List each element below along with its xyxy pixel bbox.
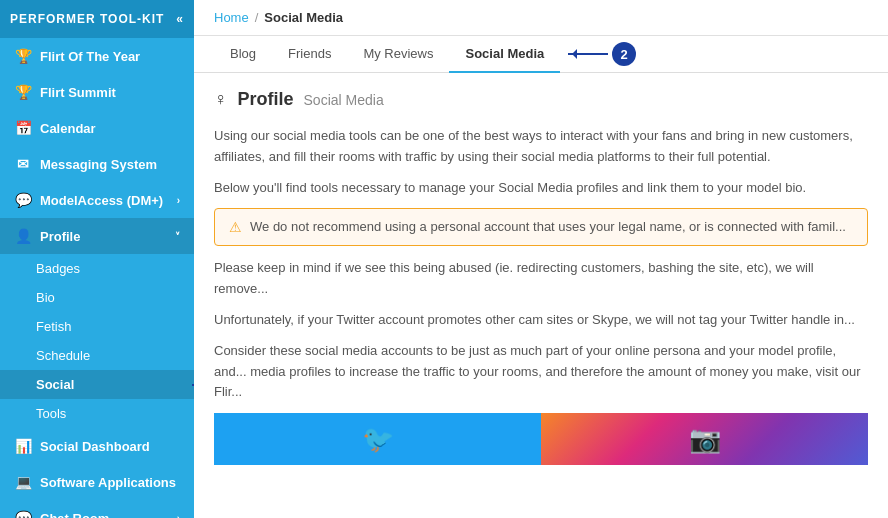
body-paragraph-3: Consider these social media accounts to … (214, 341, 868, 403)
sidebar-item-social-dashboard[interactable]: 📊 Social Dashboard (0, 428, 194, 464)
sidebar-item-label: ModelAccess (DM+) (40, 193, 163, 208)
sidebar-item-software-applications[interactable]: 💻 Software Applications (0, 464, 194, 500)
sidebar-item-flirt-summit[interactable]: 🏆 Flirt Summit (0, 74, 194, 110)
sidebar-item-label: Profile (40, 229, 80, 244)
sidebar-item-label: Software Applications (40, 475, 176, 490)
chevron-right-icon: › (177, 513, 180, 519)
sub-item-label: Schedule (36, 348, 90, 363)
sidebar-sub-item-fetish[interactable]: Fetish (0, 312, 194, 341)
calendar-icon: 📅 (14, 120, 32, 136)
instagram-icon: 📷 (689, 424, 721, 455)
breadcrumb-home[interactable]: Home (214, 10, 249, 25)
trophy2-icon: 🏆 (14, 84, 32, 100)
sidebar-item-flirt-of-the-year[interactable]: 🏆 Flirt Of The Year (0, 38, 194, 74)
sidebar-sub-item-badges[interactable]: Badges (0, 254, 194, 283)
sidebar-item-label: Messaging System (40, 157, 157, 172)
warning-icon: ⚠ (229, 219, 242, 235)
warning-text: We do not recommend using a personal acc… (250, 219, 846, 234)
warning-box: ⚠ We do not recommend using a personal a… (214, 208, 868, 246)
sidebar-sub-item-tools[interactable]: Tools (0, 399, 194, 428)
instagram-button[interactable]: 📷 (541, 413, 868, 465)
sidebar-item-label: Social Dashboard (40, 439, 150, 454)
intro-paragraph-1: Using our social media tools can be one … (214, 126, 868, 168)
envelope-icon: ✉ (14, 156, 32, 172)
sidebar-item-model-access[interactable]: 💬 ModelAccess (DM+) › (0, 182, 194, 218)
twitter-icon: 🐦 (362, 424, 394, 455)
sidebar-sub-item-social[interactable]: Social 1 (0, 370, 194, 399)
tab-my-reviews[interactable]: My Reviews (347, 36, 449, 73)
sub-item-label: Bio (36, 290, 55, 305)
intro-paragraph-2: Below you'll find tools necessary to man… (214, 178, 868, 199)
trophy-icon: 🏆 (14, 48, 32, 64)
main-content: Home / Social Media Blog Friends My Revi… (194, 0, 888, 518)
sidebar-item-calendar[interactable]: 📅 Calendar (0, 110, 194, 146)
twitter-button[interactable]: 🐦 (214, 413, 541, 465)
laptop-icon: 💻 (14, 474, 32, 490)
sidebar-item-chat-room[interactable]: 💬 Chat Room › (0, 500, 194, 518)
sidebar-title: PERFORMER TOOL-KIT (10, 12, 164, 26)
body-paragraph-1: Please keep in mind if we see this being… (214, 258, 868, 300)
sub-item-label: Fetish (36, 319, 71, 334)
tab-annotation: 2 (560, 42, 636, 66)
sidebar-sub-item-bio[interactable]: Bio (0, 283, 194, 312)
sidebar-item-messaging-system[interactable]: ✉ Messaging System (0, 146, 194, 182)
breadcrumb-current: Social Media (264, 10, 343, 25)
chat-room-icon: 💬 (14, 510, 32, 518)
sidebar-item-profile[interactable]: 👤 Profile ˅ (0, 218, 194, 254)
sub-item-label: Social (36, 377, 74, 392)
annotation-circle-2: 2 (612, 42, 636, 66)
sub-item-label: Tools (36, 406, 66, 421)
breadcrumb: Home / Social Media (194, 0, 888, 36)
body-paragraph-2: Unfortunately, if your Twitter account p… (214, 310, 868, 331)
social-buttons: 🐦 📷 (214, 413, 868, 465)
sidebar-item-label: Flirt Of The Year (40, 49, 140, 64)
collapse-icon[interactable]: « (176, 12, 184, 26)
sidebar-sub-item-schedule[interactable]: Schedule (0, 341, 194, 370)
content-area: ♀ Profile Social Media Using our social … (194, 73, 888, 518)
tab-blog[interactable]: Blog (214, 36, 272, 73)
sidebar: PERFORMER TOOL-KIT « 🏆 Flirt Of The Year… (0, 0, 194, 518)
page-heading: ♀ Profile Social Media (214, 89, 868, 110)
tabs-bar: Blog Friends My Reviews Social Media 2 (194, 36, 888, 73)
user-icon: 👤 (14, 228, 32, 244)
heading-subtitle: Social Media (304, 92, 384, 108)
sidebar-item-label: Calendar (40, 121, 96, 136)
sidebar-header: PERFORMER TOOL-KIT « (0, 0, 194, 38)
person-icon: ♀ (214, 89, 228, 110)
sub-item-label: Badges (36, 261, 80, 276)
tab-friends[interactable]: Friends (272, 36, 347, 73)
sidebar-item-label: Chat Room (40, 511, 109, 519)
dashboard-icon: 📊 (14, 438, 32, 454)
chevron-down-icon: ˅ (175, 231, 180, 242)
heading-title: Profile (238, 89, 294, 110)
chat-icon: 💬 (14, 192, 32, 208)
breadcrumb-separator: / (255, 10, 259, 25)
tab-social-media[interactable]: Social Media (449, 36, 560, 73)
chevron-right-icon: › (177, 195, 180, 206)
sidebar-item-label: Flirt Summit (40, 85, 116, 100)
